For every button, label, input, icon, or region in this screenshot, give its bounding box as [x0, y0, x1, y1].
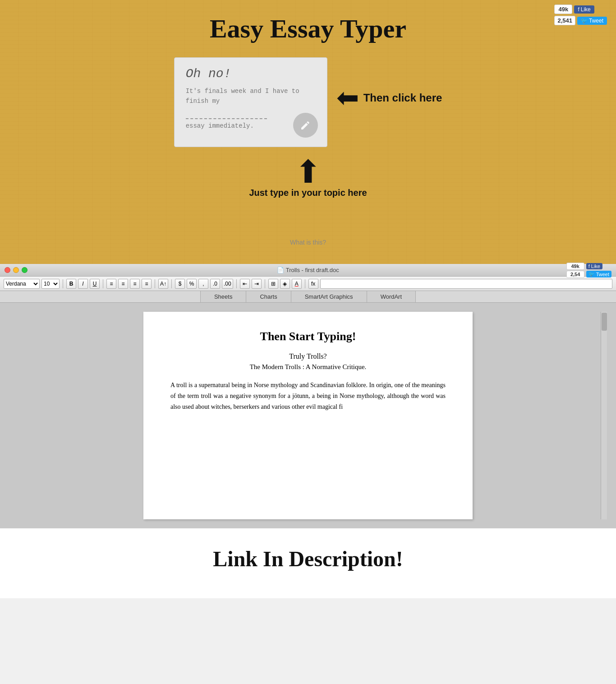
click-here-text: Then click here — [363, 92, 442, 104]
tb-fb-button[interactable]: f Like — [586, 263, 602, 269]
formula-input[interactable] — [320, 279, 612, 289]
document-scrollbar[interactable] — [601, 312, 607, 519]
tweet-count: 2,541 — [554, 16, 575, 25]
toolbar: Verdana 10 B I U ≡ ≡ ≡ ≡ A↑ $ % , .0 .00… — [0, 277, 616, 291]
font-select[interactable]: Verdana — [4, 279, 40, 289]
bottom-title: Link In Description! — [9, 546, 607, 571]
document-subtitle1: Truly Trolls? — [170, 352, 446, 360]
document-main-title: Then Start Typing! — [170, 330, 446, 343]
pencil-icon — [300, 120, 311, 131]
up-arrow-icon: ⬆ — [295, 156, 322, 188]
essay-topic-input[interactable] — [186, 111, 267, 119]
card-title: Oh no! — [186, 67, 316, 81]
window-controls — [5, 267, 28, 273]
font-color-button[interactable]: A — [292, 279, 302, 289]
font-size-grow-button[interactable]: A↑ — [158, 279, 168, 289]
toolbar-separator-3 — [155, 279, 155, 288]
social-bar-top: 49k f Like 2,541 🐦 Tweet — [554, 5, 607, 25]
facebook-social-item: 49k f Like — [554, 5, 607, 14]
pencil-button[interactable] — [293, 113, 318, 138]
decimal-decrease-button[interactable]: .00 — [222, 279, 233, 289]
fb-label: Like — [581, 6, 591, 13]
percent-button[interactable]: % — [187, 279, 197, 289]
fill-color-button[interactable]: ◈ — [280, 279, 290, 289]
window-title: 📄 Trolls - first draft.doc — [277, 267, 339, 273]
formula-button[interactable]: fx — [308, 279, 318, 289]
tab-sheets[interactable]: Sheets — [200, 291, 246, 302]
main-title: Easy Essay Typer — [0, 9, 616, 53]
document-area: Then Start Typing! Truly Trolls? The Mod… — [0, 303, 616, 528]
toolbar-separator-7 — [305, 279, 305, 288]
dollar-button[interactable]: $ — [175, 279, 185, 289]
indent-increase-button[interactable]: ⇥ — [252, 279, 262, 289]
tb-fb-label: Like — [591, 263, 600, 269]
tb-fb-icon: f — [588, 263, 590, 269]
align-justify-button[interactable]: ≡ — [142, 279, 152, 289]
tab-charts[interactable]: Charts — [246, 291, 291, 302]
align-center-button[interactable]: ≡ — [118, 279, 128, 289]
align-left-button[interactable]: ≡ — [106, 279, 116, 289]
tb-fb-item: 49k f Like — [566, 263, 611, 270]
hero-section: 49k f Like 2,541 🐦 Tweet Easy Essay Type… — [0, 0, 616, 264]
tb-tweet-button[interactable]: 🐦 Tweet — [586, 271, 611, 277]
decimal-increase-button[interactable]: .0 — [210, 279, 220, 289]
tb-tweet-count: 2,54 — [566, 271, 584, 278]
twitter-icon: 🐦 — [581, 18, 588, 24]
what-is-this-text[interactable]: What is this? — [0, 239, 616, 246]
fb-count: 49k — [554, 5, 572, 14]
tb-twitter-icon: 🐦 — [588, 271, 595, 277]
align-right-button[interactable]: ≡ — [130, 279, 140, 289]
tb-tweet-item: 2,54 🐦 Tweet — [566, 271, 611, 278]
comma-button[interactable]: , — [198, 279, 208, 289]
indent-decrease-button[interactable]: ⇤ — [240, 279, 250, 289]
center-area: Oh no! It's finals week and I have to fi… — [0, 53, 616, 152]
toolbar-separator-2 — [103, 279, 103, 288]
document-body[interactable]: A troll is a supernatural being in Norse… — [170, 380, 446, 412]
document-paper[interactable]: Then Start Typing! Truly Trolls? The Mod… — [143, 312, 473, 519]
tab-wordart[interactable]: WordArt — [367, 291, 416, 302]
italic-button[interactable]: I — [78, 279, 88, 289]
tab-smartart-graphics[interactable]: SmartArt Graphics — [291, 291, 367, 302]
left-arrow-icon: ⬅ — [336, 84, 359, 111]
tweet-button[interactable]: 🐦 Tweet — [577, 17, 607, 25]
tb-tweet-label: Tweet — [596, 272, 609, 277]
maximize-button[interactable] — [22, 267, 28, 273]
scrollbar-thumb[interactable] — [602, 313, 607, 331]
tweet-label: Tweet — [589, 18, 603, 24]
toolbar-separator-1 — [63, 279, 63, 288]
twitter-social-item: 2,541 🐦 Tweet — [554, 16, 607, 25]
fb-icon: f — [578, 6, 579, 13]
underline-button[interactable]: U — [90, 279, 100, 289]
tb-fb-count: 49k — [566, 263, 584, 270]
click-here-area: ⬅ Then click here — [336, 84, 442, 111]
toolbar-separator-4 — [171, 279, 172, 288]
essay-card: Oh no! It's finals week and I have to fi… — [174, 57, 327, 147]
bold-button[interactable]: B — [66, 279, 76, 289]
bottom-section: Link In Description! — [0, 528, 616, 598]
document-subtitle2: The Modern Trolls : A Normative Critique… — [170, 363, 446, 371]
type-topic-text: Just type in your topic here — [249, 188, 367, 198]
tabs-row: Sheets Charts SmartArt Graphics WordArt — [0, 291, 616, 303]
document-wrapper: Then Start Typing! Truly Trolls? The Mod… — [9, 312, 607, 519]
close-button[interactable] — [5, 267, 10, 273]
title-bar: 📄 Trolls - first draft.doc 49k f Like 2,… — [0, 264, 616, 277]
card-desc-line1: It's finals week and I have to finish my — [186, 86, 316, 106]
size-select[interactable]: 10 — [41, 279, 60, 289]
doc-icon: 📄 — [277, 267, 284, 273]
fb-like-button[interactable]: f Like — [574, 5, 594, 14]
table-button[interactable]: ⊞ — [268, 279, 278, 289]
title-bar-social: 49k f Like 2,54 🐦 Tweet — [566, 263, 611, 278]
toolbar-separator-5 — [236, 279, 237, 288]
minimize-button[interactable] — [13, 267, 19, 273]
toolbar-separator-6 — [265, 279, 265, 288]
app-window: 📄 Trolls - first draft.doc 49k f Like 2,… — [0, 264, 616, 528]
